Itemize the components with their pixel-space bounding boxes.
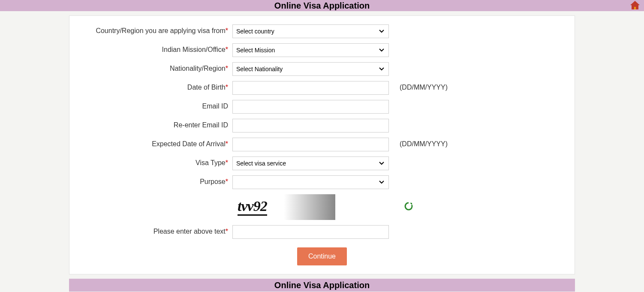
country-label: Country/Region you are applying visa fro…	[69, 24, 232, 35]
continue-button[interactable]: Continue	[297, 247, 347, 265]
email-input[interactable]	[232, 100, 389, 114]
visa-form: Country/Region you are applying visa fro…	[69, 15, 575, 274]
footer-title: Online Visa Application	[274, 280, 370, 290]
dob-hint: (DD/MM/YYYY)	[391, 81, 448, 91]
purpose-label: Purpose*	[69, 175, 232, 186]
reemail-input[interactable]	[232, 119, 389, 132]
nationality-label: Nationality/Region*	[69, 62, 232, 72]
header-bar: Online Visa Application	[0, 0, 644, 11]
nationality-select[interactable]: Select Nationality	[232, 62, 389, 76]
visatype-select[interactable]: Select visa service	[232, 157, 389, 170]
svg-rect-0	[634, 7, 636, 9]
country-select[interactable]: Select country	[232, 24, 389, 38]
reemail-label: Re-enter Email ID	[69, 119, 232, 129]
page-title: Online Visa Application	[274, 1, 370, 11]
arrival-hint: (DD/MM/YYYY)	[391, 138, 448, 148]
mission-select[interactable]: Select Mission	[232, 43, 389, 57]
refresh-icon[interactable]	[404, 202, 413, 213]
mission-label: Indian Mission/Office*	[69, 43, 232, 54]
email-label: Email ID	[69, 100, 232, 110]
captcha-input[interactable]	[232, 225, 389, 239]
arrival-input[interactable]	[232, 138, 389, 151]
dob-input[interactable]	[232, 81, 389, 95]
visatype-label: Visa Type*	[69, 157, 232, 167]
footer-bar: Online Visa Application	[69, 279, 575, 292]
captcha-image: tvv92	[232, 194, 335, 220]
dob-label: Date of Birth*	[69, 81, 232, 91]
home-icon[interactable]	[629, 0, 641, 12]
captcha-input-label: Please enter above text*	[69, 225, 232, 235]
purpose-select[interactable]	[232, 175, 389, 189]
arrival-label: Expected Date of Arrival*	[69, 138, 232, 148]
